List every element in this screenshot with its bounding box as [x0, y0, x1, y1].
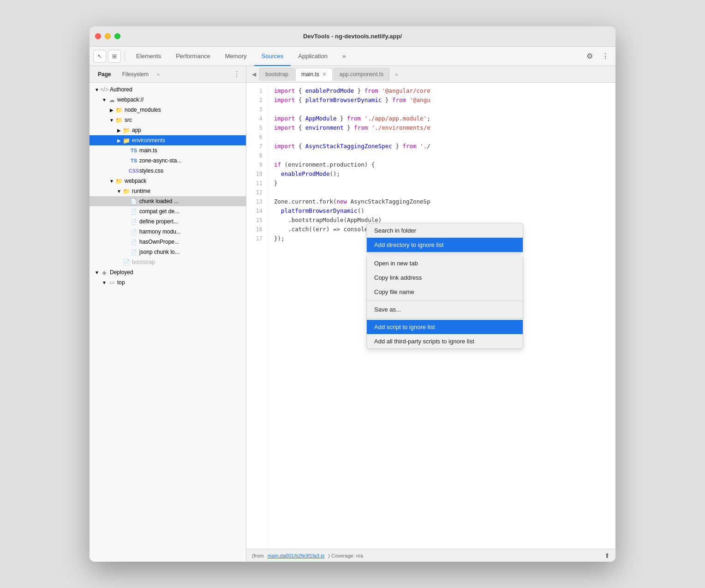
file-tree: ▼ </> Authored ▼ ☁ webpack:// ▶ 📁 node_m… — [90, 83, 246, 562]
editor-tab-main-ts[interactable]: main.ts ✕ — [295, 68, 333, 81]
editor-area: ◀ bootstrap main.ts ✕ app.component.ts »… — [246, 66, 615, 562]
tree-item-compat-get[interactable]: 📄 compat get de... — [90, 206, 246, 216]
titlebar: DevTools - ng-devtools.netlify.app/ — [90, 26, 615, 47]
tree-item-environments[interactable]: ▶ 📁 environments — [90, 135, 246, 145]
tree-arrow-harmony-modu — [123, 228, 130, 235]
nav-tabs: Elements Performance Memory Sources Appl… — [129, 47, 581, 66]
js-file-icon-hasown: 📄 — [130, 238, 137, 246]
tab-memory[interactable]: Memory — [218, 47, 254, 66]
editor-tab-label-bootstrap: bootstrap — [265, 71, 288, 78]
tree-arrow-chunk-loaded — [123, 198, 130, 205]
tree-label-top: top — [117, 279, 125, 286]
statusbar-link[interactable]: main.da001/b2fe3f1fa3.js — [268, 553, 325, 558]
sidebar-menu-button[interactable]: ⋮ — [231, 69, 242, 80]
tab-elements[interactable]: Elements — [129, 47, 168, 66]
context-menu-item-open-new-tab[interactable]: Open in new tab — [367, 256, 523, 270]
statusbar-expand-icon[interactable]: ⬆ — [604, 552, 610, 559]
code-line-14: platformBrowserDynamic() — [274, 206, 610, 216]
cursor-tool-button[interactable]: ↖ — [93, 50, 106, 63]
tree-item-main-ts[interactable]: TS main.ts — [90, 145, 246, 156]
tree-item-define-propert[interactable]: 📄 define propert... — [90, 216, 246, 227]
editor-tab-app-component[interactable]: app.component.ts — [334, 68, 389, 81]
code-line-7: import { AsyncStackTaggingZoneSpec } fro… — [274, 142, 610, 151]
tree-arrow-webpack-folder: ▼ — [108, 177, 115, 185]
tab-application[interactable]: Application — [291, 47, 335, 66]
tree-label-styles-css: styles.css — [139, 168, 163, 174]
context-menu-item-search-in-folder[interactable]: Search in folder — [367, 223, 523, 238]
tree-label-harmony-modu: harmony modu... — [139, 228, 181, 235]
tree-arrow-webpack: ▼ — [101, 96, 108, 103]
tree-item-zone-async[interactable]: TS zone-async-sta... — [90, 156, 246, 166]
tree-item-deployed[interactable]: ▼ ◈ Deployed — [90, 267, 246, 277]
traffic-lights — [95, 33, 120, 39]
editor-tab-label-app-component: app.component.ts — [340, 71, 383, 78]
tree-label-webpack: webpack — [125, 178, 146, 184]
tree-item-runtime[interactable]: ▼ 📁 runtime — [90, 186, 246, 196]
minimize-button[interactable] — [105, 33, 111, 39]
tree-item-bootstrap[interactable]: 📄 bootstrap — [90, 257, 246, 267]
cube-icon: ◈ — [101, 269, 108, 276]
sidebar-tab-page[interactable]: Page — [93, 69, 116, 79]
tree-item-harmony-modu[interactable]: 📄 harmony modu... — [90, 227, 246, 237]
js-file-icon-bootstrap: 📄 — [123, 258, 130, 266]
editor-tab-close-main-ts[interactable]: ✕ — [322, 72, 327, 77]
code-line-11: } — [274, 179, 610, 188]
editor-tab-label-main-ts: main.ts — [301, 71, 319, 78]
sidebar-tab-filesystem[interactable]: Filesystem — [118, 69, 153, 79]
tree-arrow-top: ▼ — [101, 279, 108, 286]
tree-arrow-hasownprope — [123, 238, 130, 246]
code-line-6 — [274, 132, 610, 142]
window-title: DevTools - ng-devtools.netlify.app/ — [303, 33, 402, 40]
tree-item-jsonp-chunk[interactable]: 📄 jsonp chunk lo... — [90, 247, 246, 257]
tree-item-hasownprope[interactable]: 📄 hasOwnPrope... — [90, 237, 246, 247]
tree-label-runtime: runtime — [132, 188, 150, 194]
layout-tool-button[interactable]: ⊞ — [108, 50, 121, 63]
maximize-button[interactable] — [114, 33, 120, 39]
tree-arrow-deployed: ▼ — [93, 269, 101, 276]
tab-performance[interactable]: Performance — [168, 47, 217, 66]
tree-item-top[interactable]: ▼ ▭ top — [90, 277, 246, 288]
ts-file-icon-zone: TS — [130, 157, 137, 164]
sidebar: Page Filesystem » ⋮ ▼ </> Authored — [90, 66, 246, 562]
context-menu-item-copy-link[interactable]: Copy link address — [367, 270, 523, 285]
context-menu-item-save-as[interactable]: Save as... — [367, 302, 523, 317]
layout-icon: ⊞ — [112, 53, 117, 60]
tree-item-node-modules[interactable]: ▶ 📁 node_modules — [90, 105, 246, 115]
tree-label-chunk-loaded: chunk loaded ... — [139, 198, 179, 204]
code-line-13: Zone.current.fork(new AsyncStackTaggingZ… — [274, 197, 610, 206]
context-menu-item-copy-file-name[interactable]: Copy file name — [367, 285, 523, 299]
tab-sources[interactable]: Sources — [254, 47, 291, 66]
tree-item-styles-css[interactable]: CSS styles.css — [90, 166, 246, 176]
context-menu-item-add-all-third-party[interactable]: Add all third-party scripts to ignore li… — [367, 334, 523, 348]
tree-item-authored[interactable]: ▼ </> Authored — [90, 84, 246, 95]
tree-arrow-app: ▶ — [115, 126, 123, 134]
tree-label-bootstrap: bootstrap — [132, 259, 155, 265]
tree-label-compat-get: compat get de... — [139, 208, 179, 215]
tree-label-zone-async: zone-async-sta... — [139, 157, 181, 164]
line-numbers: 1 2 3 4 5 6 7 8 9 10 11 12 13 14 15 16 1 — [246, 83, 269, 549]
close-button[interactable] — [95, 33, 101, 39]
editor-tab-bootstrap[interactable]: bootstrap — [259, 68, 294, 81]
tree-arrow-bootstrap — [115, 258, 123, 266]
js-file-icon-compat: 📄 — [130, 208, 137, 215]
tree-item-webpack[interactable]: ▼ 📁 webpack — [90, 176, 246, 186]
tab-more[interactable]: » — [335, 47, 353, 66]
tree-item-src[interactable]: ▼ 📁 src — [90, 115, 246, 125]
code-line-4: import { AppModule } from './app/app.mod… — [274, 114, 610, 123]
tree-item-webpack-root[interactable]: ▼ ☁ webpack:// — [90, 95, 246, 105]
context-menu-container: Search in folder Add directory to ignore… — [366, 223, 523, 349]
tree-item-app[interactable]: ▶ 📁 app — [90, 125, 246, 135]
code-line-3 — [274, 105, 610, 114]
context-menu-item-add-script[interactable]: Add script to ignore list — [367, 320, 523, 334]
editor-tabs: ◀ bootstrap main.ts ✕ app.component.ts » — [246, 66, 615, 83]
more-options-button[interactable]: ⋮ — [599, 50, 612, 63]
tree-label-environments: environments — [132, 137, 165, 144]
settings-button[interactable]: ⚙ — [583, 50, 596, 63]
folder-icon-runtime: 📁 — [123, 187, 130, 195]
sidebar-tabs-more[interactable]: » — [155, 71, 161, 78]
tree-label-deployed: Deployed — [110, 269, 133, 276]
context-menu-item-add-directory[interactable]: Add directory to ignore list — [367, 238, 523, 252]
tree-item-chunk-loaded[interactable]: 📄 chunk loaded ... — [90, 196, 246, 206]
editor-tabs-scroll-left[interactable]: ◀ — [248, 68, 259, 81]
editor-tabs-more[interactable]: » — [392, 71, 400, 78]
